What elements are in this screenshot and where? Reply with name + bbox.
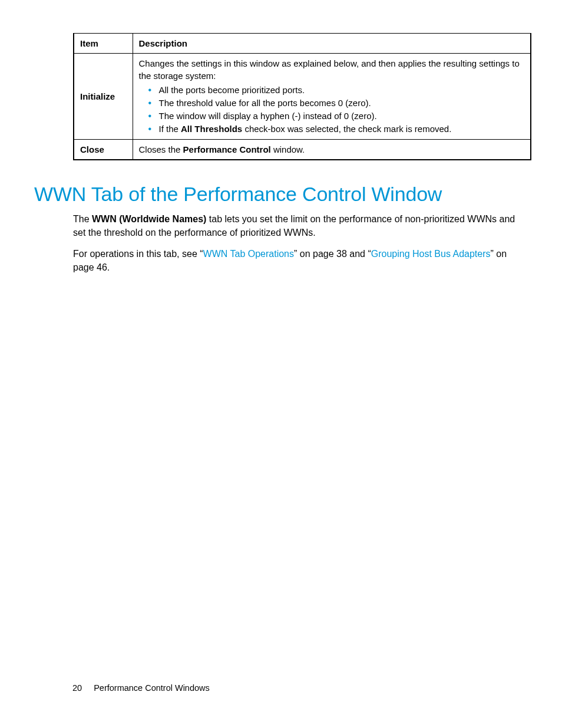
link-grouping-host-bus-adapters[interactable]: Grouping Host Bus Adapters: [371, 249, 491, 259]
paragraph-refs: For operations in this tab, see “WWN Tab…: [73, 248, 528, 274]
row-close-item: Close: [74, 140, 133, 160]
list-item: The threshold value for all the ports be…: [152, 97, 525, 109]
initialize-intro: Changes the settings in this window as e…: [139, 58, 520, 81]
row-initialize-item: Initialize: [74, 54, 133, 140]
page-footer: 20Performance Control Windows: [72, 683, 210, 693]
row-initialize-desc: Changes the settings in this window as e…: [133, 54, 531, 140]
link-wwn-tab-operations[interactable]: WWN Tab Operations: [203, 249, 294, 259]
footer-title: Performance Control Windows: [94, 683, 210, 693]
th-description: Description: [133, 34, 531, 54]
th-item: Item: [74, 34, 133, 54]
initialize-bullets: All the ports become prioritized ports. …: [139, 84, 525, 135]
paragraph-intro: The WWN (Worldwide Names) tab lets you s…: [73, 213, 528, 239]
control-items-table: Item Description Initialize Changes the …: [73, 33, 531, 160]
list-item: If the All Thresholds check-box was sele…: [152, 123, 525, 135]
page-number: 20: [72, 683, 82, 693]
list-item: All the ports become prioritized ports.: [152, 84, 525, 96]
section-heading: WWN Tab of the Performance Control Windo…: [34, 183, 528, 206]
list-item: The window will display a hyphen (-) ins…: [152, 110, 525, 122]
row-close-desc: Closes the Performance Control window.: [133, 140, 531, 160]
